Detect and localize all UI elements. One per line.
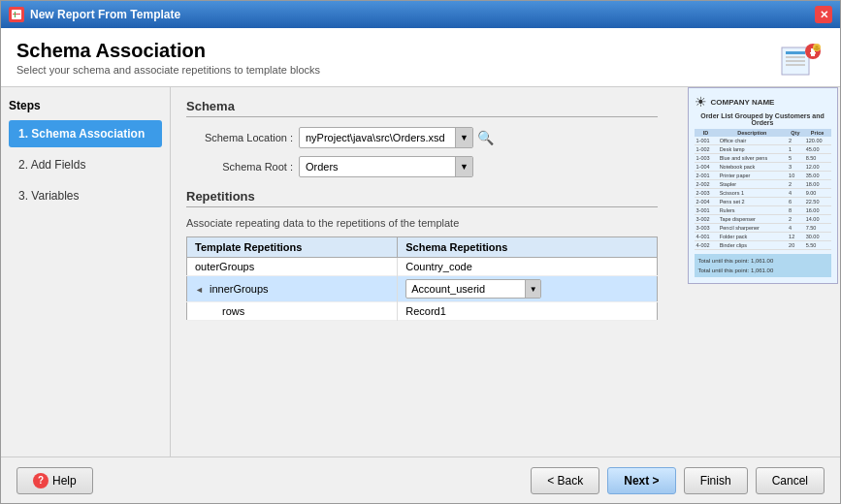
schema-root-row: Schema Root : Orders ▼ (186, 156, 658, 177)
svg-rect-10 (810, 52, 816, 54)
back-label: < Back (547, 474, 583, 488)
schema-location-row: Schema Location : nyProject\java\src\Ord… (186, 127, 658, 148)
schema-root-label: Schema Root : (186, 161, 293, 173)
preview-row: 2-001Printer paper1035.00 (695, 172, 831, 180)
preview-total: Total until this point: 1,061.00 Total u… (695, 254, 831, 277)
title-bar: New Report From Template ✕ (1, 1, 840, 28)
preview-row: 3-003Pencil sharpener47.50 (695, 224, 831, 233)
schema-section-title: Schema (186, 99, 658, 117)
svg-rect-2 (15, 12, 16, 17)
schema-location-dropdown-arrow[interactable]: ▼ (455, 128, 472, 147)
window-title: New Report From Template (30, 8, 180, 21)
cancel-button[interactable]: Cancel (756, 467, 825, 494)
footer-right: < Back Next > Finish Cancel (531, 467, 825, 494)
content-area: Schema Schema Location : nyProject\java\… (171, 87, 673, 457)
help-label: Help (52, 474, 77, 488)
preview-area: ☀ COMPANY NAME Order List Grouped by Cus… (685, 87, 840, 457)
repetitions-section: Repetitions Associate repeating data to … (186, 189, 658, 321)
preview-col4: Price (804, 129, 831, 137)
sidebar-heading: Steps (9, 99, 162, 112)
preview-company-name: COMPANY NAME (711, 98, 775, 107)
header-icon (778, 40, 825, 79)
finish-label: Finish (700, 474, 731, 488)
col-template-header: Template Repetitions (187, 237, 398, 258)
outer-groups-template-cell: outerGroups (187, 258, 398, 276)
inner-groups-dropdown[interactable]: Account_userid ▼ (405, 279, 541, 299)
footer: ? Help < Back Next > Finish Cancel (1, 457, 840, 503)
rows-template-cell: rows (187, 302, 398, 321)
preview-grand-total: Total until this point: 1,061.00 (698, 268, 827, 273)
preview-row: 1-004Notebook pack312.00 (695, 163, 831, 172)
sidebar-item-variables[interactable]: 3. Variables (9, 182, 162, 209)
svg-rect-7 (786, 64, 805, 66)
page-title: Schema Association (16, 40, 320, 62)
preview-card: ☀ COMPANY NAME Order List Grouped by Cus… (688, 87, 838, 284)
inner-groups-schema-value: Account_userid (406, 283, 525, 295)
preview-row: 1-003Blue and silver pens58.50 (695, 154, 831, 163)
schema-location-select[interactable]: nyProject\java\src\Orders.xsd ▼ (299, 127, 473, 148)
table-row: outerGroups Country_code (187, 258, 658, 276)
rows-schema-value: Record1 (405, 305, 446, 317)
rows-schema-cell: Record1 (398, 302, 658, 321)
preview-row: 4-001Folder pack1230.00 (695, 233, 831, 241)
preview-sun-icon: ☀ (695, 94, 707, 110)
repetitions-table: Template Repetitions Schema Repetitions … (186, 236, 658, 321)
inner-groups-tree-arrow: ◄ (195, 285, 207, 295)
sidebar: Steps 1. Schema Association 2. Add Field… (1, 87, 171, 457)
inner-groups-template-cell: ◄ innerGroups (187, 276, 398, 302)
schema-root-control: Orders ▼ (299, 156, 473, 177)
table-row: ◄ innerGroups Account_userid ▼ (187, 276, 658, 302)
cancel-label: Cancel (772, 474, 808, 488)
col-schema-header: Schema Repetitions (398, 237, 658, 258)
svg-rect-6 (786, 60, 805, 62)
schema-section: Schema Schema Location : nyProject\java\… (186, 99, 658, 177)
preview-row: 2-004Pens set 2622.50 (695, 198, 831, 206)
outer-groups-schema-value: Country_code (405, 261, 472, 272)
preview-row: 3-001Rulers816.00 (695, 206, 831, 215)
preview-row: 4-002Binder clips205.50 (695, 241, 831, 250)
outer-groups-schema-cell: Country_code (398, 258, 658, 276)
next-button[interactable]: Next > (607, 467, 675, 494)
close-button[interactable]: ✕ (815, 6, 832, 23)
schema-location-control: nyProject\java\src\Orders.xsd ▼ 🔍 (299, 127, 494, 148)
sidebar-item-schema-association[interactable]: 1. Schema Association (9, 120, 162, 147)
help-icon: ? (33, 473, 49, 488)
back-button[interactable]: < Back (531, 467, 599, 494)
repetitions-section-title: Repetitions (186, 189, 658, 207)
finish-button[interactable]: Finish (684, 467, 748, 494)
help-button[interactable]: ? Help (16, 467, 93, 494)
header-text: Schema Association Select your schema an… (16, 40, 320, 76)
sidebar-item-add-fields[interactable]: 2. Add Fields (9, 151, 162, 178)
inner-groups-dropdown-arrow[interactable]: ▼ (525, 280, 540, 298)
inner-groups-schema-cell: Account_userid ▼ (398, 276, 658, 302)
preview-row: 2-002Stapler218.00 (695, 180, 831, 189)
schema-root-value: Orders (300, 161, 455, 173)
repetitions-description: Associate repeating data to the repetiti… (186, 217, 658, 229)
svg-rect-5 (786, 56, 805, 58)
preview-col2: Description (718, 129, 787, 137)
preview-header: ☀ COMPANY NAME (695, 94, 831, 110)
outer-groups-label: outerGroups (195, 261, 254, 272)
preview-table: ID Description Qty Price 1-001Office cha… (695, 129, 831, 250)
svg-rect-13 (814, 48, 820, 50)
schema-root-dropdown-arrow[interactable]: ▼ (455, 157, 472, 176)
header: Schema Association Select your schema an… (1, 28, 840, 87)
preview-report-title: Order List Grouped by Customers and Orde… (695, 112, 831, 126)
preview-row: 3-002Tape dispenser214.00 (695, 215, 831, 224)
schema-location-search-icon[interactable]: 🔍 (477, 130, 494, 145)
page-subtitle: Select your schema and associate repetit… (16, 64, 320, 76)
schema-root-select[interactable]: Orders ▼ (299, 156, 473, 177)
svg-rect-4 (786, 51, 805, 54)
preview-total-label: Total until this point: 1,061.00 (698, 258, 827, 264)
title-bar-left: New Report From Template (9, 7, 180, 22)
rows-label: rows (222, 305, 244, 317)
window-icon (9, 7, 24, 22)
schema-location-value: nyProject\java\src\Orders.xsd (300, 132, 455, 143)
footer-left: ? Help (16, 467, 93, 494)
preview-row: 2-003Scissors 149.00 (695, 189, 831, 198)
content-right: Schema Schema Location : nyProject\java\… (171, 87, 840, 457)
schema-location-label: Schema Location : (186, 132, 293, 143)
preview-row: 1-002Desk lamp145.00 (695, 145, 831, 154)
table-row: rows Record1 (187, 302, 658, 321)
next-label: Next > (624, 474, 659, 488)
